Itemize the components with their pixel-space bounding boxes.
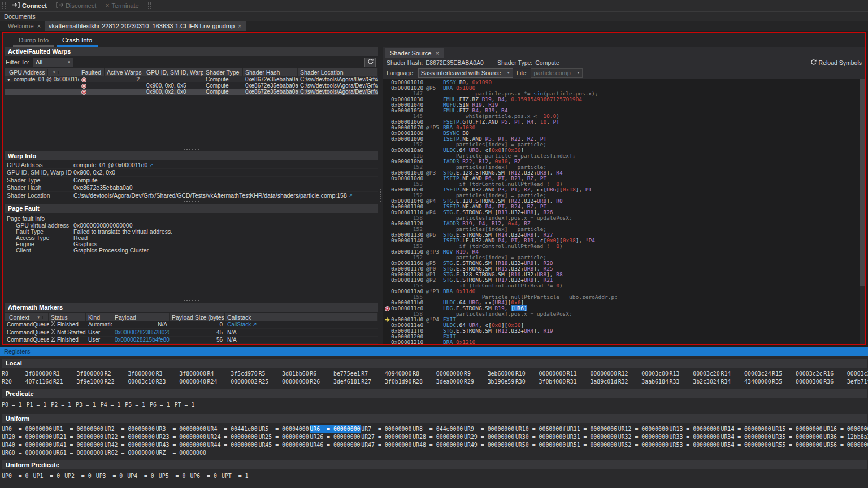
close-icon[interactable]: × bbox=[37, 23, 41, 29]
warp-info-value[interactable]: C:/sw/devtools/Agora/Dev/Grfx/Shared/GCD… bbox=[73, 192, 347, 199]
register-section-predicate: Predicate bbox=[2, 389, 867, 398]
register-UR51: UR51 = 00000000 bbox=[567, 441, 618, 449]
warp-info-row: Shader Hash0xe8672e35ebaba0a0 bbox=[5, 184, 378, 192]
warp-info-row: GPU Addresscompute_01 @ 0x000011d0↗ bbox=[5, 162, 378, 169]
code-gutter bbox=[383, 283, 391, 289]
faulted-icon: × bbox=[81, 84, 86, 89]
register-UR5: UR5 = 00004000 bbox=[258, 425, 310, 433]
warp-ids: 0x900, 0x2, 0x0 bbox=[144, 89, 203, 95]
register-R4: R4 = 3f5cd970 bbox=[207, 370, 259, 378]
page-fault-value: Failed to translate the virtual address. bbox=[73, 229, 172, 235]
code-gutter bbox=[383, 243, 391, 249]
documents-title: Documents bbox=[4, 13, 36, 20]
marker-payload[interactable]: 0x0000028215b4fe80↗ bbox=[112, 337, 170, 344]
register-UR23: UR23 = 00000000 bbox=[156, 433, 207, 441]
register-R32: R32 = 3aab6184 bbox=[618, 378, 670, 386]
register-R31: R31 = 3a89c01d bbox=[567, 378, 618, 386]
code-predicate: @!P4 bbox=[426, 317, 443, 323]
register-UR61: UR61 = 00000000 bbox=[53, 449, 105, 457]
shader-source-tab[interactable]: Shader Source × bbox=[385, 48, 444, 58]
warp-info-value[interactable]: compute_01 @ 0x000011d0 bbox=[73, 162, 147, 169]
markers-section-title: Aftermath Markers bbox=[5, 303, 378, 312]
vertical-splitter-handle[interactable] bbox=[378, 47, 383, 344]
register-R0: R0 = 3f800000 bbox=[2, 370, 53, 378]
marker-callstack[interactable]: CallStack↗ bbox=[225, 321, 378, 329]
warp-shader-type: Compute bbox=[203, 82, 243, 89]
register-R7: R7 = 40940000 bbox=[361, 370, 413, 378]
register-UR46: UR46 = 00000000 bbox=[310, 441, 361, 449]
code-scrollbar-thumb[interactable] bbox=[860, 79, 865, 286]
marker-payload[interactable]: 0x0000028238528020↗ bbox=[112, 329, 170, 336]
close-icon[interactable]: × bbox=[435, 50, 439, 56]
marker-callstack: N/A bbox=[225, 329, 378, 336]
splitter-handle-2[interactable] bbox=[5, 199, 378, 204]
code-gutter bbox=[383, 97, 391, 102]
warps-table-row[interactable]: ×0x900, 0x0, 0x5Compute0xe8672e35ebaba0a… bbox=[5, 82, 378, 89]
code-gutter bbox=[383, 294, 391, 300]
markers-table-row[interactable]: CommandQueue 2FinishedUser0x0000028215b4… bbox=[5, 337, 378, 345]
document-tab-0[interactable]: Welcome× bbox=[4, 21, 45, 31]
file-select[interactable]: particle.comp ▼ bbox=[531, 68, 583, 78]
tab-crash-info[interactable]: Crash Info bbox=[57, 36, 98, 47]
register-row: UR40 = 00000000UR41 = 00000000UR42 = 000… bbox=[2, 441, 868, 449]
markers-table-row[interactable]: CommandQueue 1Not StartedUser0x000002823… bbox=[5, 329, 378, 337]
register-UR41: UR41 = 00000000 bbox=[53, 441, 105, 449]
disconnect-label: Disconnect bbox=[66, 2, 96, 9]
document-tab-1[interactable]: vkaftermathtestkhr-22812-20230310_163633… bbox=[45, 21, 245, 31]
terminate-button[interactable]: × Terminate bbox=[103, 1, 143, 10]
marker-payload-size: 0 bbox=[170, 321, 225, 329]
connect-button[interactable]: Connect bbox=[10, 1, 51, 10]
main-toolbar: Connect Disconnect × Terminate bbox=[0, 0, 868, 11]
marker-status: Finished bbox=[49, 337, 86, 344]
close-icon[interactable]: × bbox=[238, 23, 241, 29]
toolbar-drag-handle-2[interactable] bbox=[148, 2, 151, 9]
code-predicate bbox=[426, 323, 443, 328]
code-predicate bbox=[426, 147, 443, 153]
warps-table-row[interactable]: ▼compute_01 @ 0x000011d0×2Compute0xe8672… bbox=[5, 76, 378, 82]
register-R26: R26 = 3def6181 bbox=[310, 378, 361, 386]
expander-icon[interactable]: ▼ bbox=[7, 78, 11, 82]
code-predicate: @P6 bbox=[426, 232, 443, 238]
code-gutter bbox=[383, 215, 391, 221]
splitter-handle[interactable] bbox=[5, 147, 378, 151]
code-gutter bbox=[383, 221, 391, 226]
register-P2: P2 = 1 bbox=[51, 401, 71, 409]
code-predicate: @P5 bbox=[426, 85, 443, 91]
code-gutter bbox=[383, 226, 391, 232]
code-predicate bbox=[426, 130, 443, 136]
code-gutter bbox=[383, 108, 391, 114]
code-scrollbar[interactable] bbox=[860, 79, 865, 344]
language-select[interactable]: Sass interleaved with Source ▼ bbox=[418, 68, 513, 78]
register-row: UR20 = 00000000UR21 = 00000000UR22 = 000… bbox=[2, 433, 868, 441]
registers-body: LocalR0 = 3f800000R1 = 3f800000R2 = 3f80… bbox=[0, 356, 868, 488]
register-UP0: UP0 = 0 bbox=[2, 472, 29, 480]
reload-symbols-button[interactable]: Reload Symbols bbox=[810, 59, 862, 67]
markers-table-header: Context▼StatusKindPayloadPayload Size (b… bbox=[5, 313, 378, 321]
warp-shader-location: C:/sw/devtools/Agora/Dev/Grfx/Share- bbox=[298, 76, 378, 82]
tab-dump-info[interactable]: Dump Info bbox=[13, 36, 54, 47]
warp-info-row: Shader LocationC:/sw/devtools/Agora/Dev/… bbox=[5, 192, 378, 200]
register-UR8: UR8 = 044e0000 bbox=[413, 425, 464, 433]
documents-header: Documents bbox=[0, 11, 868, 21]
register-UR62: UR62 = 00000000 bbox=[105, 449, 156, 457]
register-UR27: UR27 = 00000000 bbox=[361, 433, 413, 441]
code-predicate bbox=[426, 102, 443, 108]
register-UR22: UR22 = 00000000 bbox=[105, 433, 156, 441]
register-R22: R22 = 00003c10 bbox=[105, 378, 156, 386]
register-R6: R6 = be775ee1 bbox=[310, 370, 361, 378]
page-fault-row: Fault TypeFailed to translate the virtua… bbox=[5, 229, 378, 235]
filter-select[interactable]: All ▼ bbox=[33, 58, 73, 67]
disconnect-button[interactable]: Disconnect bbox=[54, 1, 101, 10]
register-UR55: UR55 = 00000000 bbox=[772, 441, 823, 449]
toolbar-drag-handle[interactable] bbox=[2, 2, 6, 9]
refresh-warps-button[interactable] bbox=[364, 58, 376, 67]
code-gutter bbox=[383, 159, 391, 164]
splitter-handle-3[interactable] bbox=[5, 298, 378, 303]
markers-table-row[interactable]: CommandQueue 1FinishedAutomaticN/A0CallS… bbox=[5, 321, 378, 329]
code-gutter bbox=[383, 130, 391, 136]
shader-hash-label: Shader Hash: bbox=[387, 59, 423, 66]
warps-table-row[interactable]: ×0x900, 0x2, 0x0Compute0xe8672e35ebaba0a… bbox=[5, 89, 378, 95]
hourglass-icon bbox=[51, 321, 55, 329]
code-gutter bbox=[383, 300, 391, 306]
code-predicate: @!P3 bbox=[426, 249, 443, 255]
